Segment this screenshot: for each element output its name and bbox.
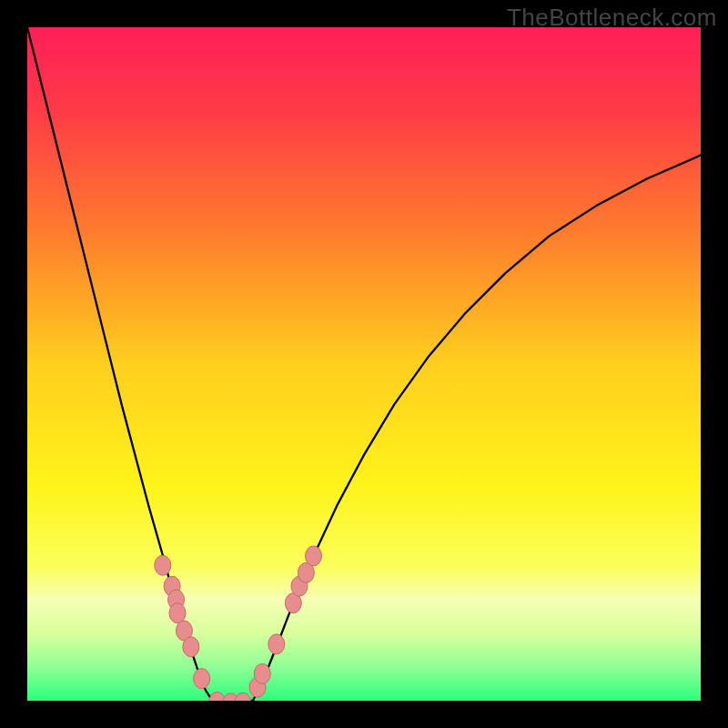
chart-frame: TheBottleneck.com [0,0,728,728]
data-marker [235,693,251,701]
data-marker [194,669,210,689]
data-marker [183,637,199,657]
data-marker [155,555,171,575]
curve-layer [27,27,701,701]
data-marker [254,663,270,683]
plot-area [27,27,701,701]
data-marker [268,634,285,654]
bottleneck-curve [27,27,701,701]
watermark-label: TheBottleneck.com [507,4,717,32]
data-marker [169,603,186,623]
data-marker [306,546,322,566]
